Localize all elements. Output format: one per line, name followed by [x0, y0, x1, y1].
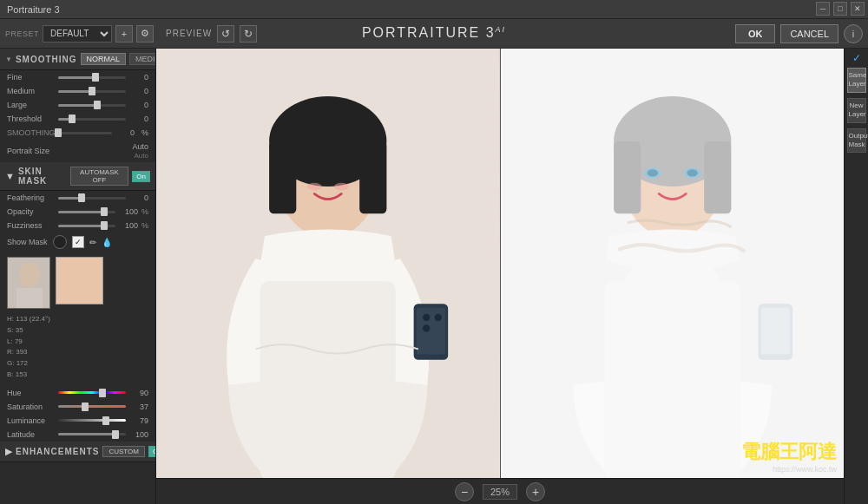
feathering-slider[interactable] — [58, 197, 126, 200]
canvas-bottom-toolbar: − 25% + — [156, 478, 844, 504]
threshold-label: Threshold — [7, 115, 55, 123]
redo-button[interactable]: ↻ — [240, 25, 257, 43]
zoom-in-button[interactable]: + — [526, 482, 545, 501]
cancel-button[interactable]: CANCEL — [780, 24, 838, 43]
skin-mask-arrow-icon: ▼ — [5, 171, 15, 181]
svg-point-10 — [303, 169, 313, 176]
param-medium: Medium 0 — [0, 84, 155, 98]
luminance-slider[interactable] — [58, 419, 126, 422]
hue-row: Hue 90 — [0, 386, 155, 400]
mask-color-circle[interactable] — [53, 235, 67, 249]
enhancements-title: ENHANCEMENTS — [16, 447, 99, 456]
smoothing-pct-value: 0 — [115, 128, 135, 137]
tab-medium[interactable]: MEDIUM — [129, 53, 156, 65]
luminance-row: Luminance 79 — [0, 414, 155, 428]
preset-select[interactable]: DEFAULT — [43, 25, 112, 43]
fine-slider[interactable] — [58, 76, 126, 79]
mask-pencil-icon[interactable]: ✏ — [89, 238, 96, 247]
main-toolbar: PRESET DEFAULT + ⚙ PREVIEW ↺ ↻ PORTRAITU… — [0, 19, 868, 49]
threshold-slider[interactable] — [58, 118, 126, 121]
saturation-label: Saturation — [7, 403, 55, 411]
automask-button[interactable]: AUTOMASK OFF — [70, 167, 129, 186]
enhancements-header[interactable]: ▶ ENHANCEMENTS CUSTOM On — [0, 442, 155, 462]
fine-value: 0 — [129, 73, 148, 82]
check-icon: ✓ — [852, 52, 861, 64]
luminance-value: 79 — [129, 416, 148, 425]
hue-slider[interactable] — [58, 391, 126, 394]
hue-label: Hue — [7, 389, 55, 397]
close-button[interactable]: ✕ — [851, 2, 865, 16]
opacity-slider[interactable] — [58, 211, 115, 213]
main-area: ▼ SMOOTHING NORMAL MEDIUM STRONG Fine 0 … — [0, 49, 868, 504]
preset-group: PRESET DEFAULT + ⚙ — [5, 25, 154, 43]
preview-label: PREVIEW — [166, 29, 212, 38]
enhancements-arrow-icon: ▶ — [5, 446, 12, 457]
fuzziness-value: 100 — [119, 221, 138, 230]
window-controls[interactable]: ─ □ ✕ — [816, 2, 865, 16]
feathering-value: 0 — [129, 193, 148, 202]
opacity-label: Opacity — [7, 207, 55, 216]
ok-button[interactable]: OK — [735, 24, 776, 43]
original-panel — [156, 49, 501, 478]
same-layer-button[interactable]: Same Layer — [847, 68, 866, 93]
right-panel: ✓ Same Layer New Layer Output Mask — [844, 49, 868, 504]
zoom-out-button[interactable]: − — [455, 482, 474, 501]
opacity-row: Opacity 100 % — [0, 205, 155, 219]
minimize-button[interactable]: ─ — [816, 2, 830, 16]
settings-button[interactable]: ⚙ — [136, 25, 154, 43]
large-value: 0 — [129, 101, 148, 109]
svg-rect-32 — [760, 307, 789, 354]
left-panel: ▼ SMOOTHING NORMAL MEDIUM STRONG Fine 0 … — [0, 49, 156, 504]
output-mask-button[interactable]: Output Mask — [847, 128, 866, 154]
add-preset-button[interactable]: + — [115, 25, 133, 43]
fuzziness-slider[interactable] — [58, 225, 115, 227]
large-label: Large — [7, 101, 55, 109]
smoothing-unit: % — [141, 128, 148, 137]
latitude-slider[interactable] — [58, 433, 126, 435]
original-photo — [156, 49, 500, 478]
portrait-size-label: Portrait Size — [7, 147, 55, 155]
saturation-slider[interactable] — [58, 405, 126, 408]
smoothing-header[interactable]: ▼ SMOOTHING NORMAL MEDIUM STRONG — [0, 49, 155, 70]
custom-button[interactable]: CUSTOM — [102, 446, 145, 457]
skin-mask-title: SKIN MASK — [18, 167, 67, 186]
skin-mask-toggle[interactable]: On — [132, 171, 150, 182]
smoothing-sub-label: SMOOTHING — [7, 128, 55, 137]
threshold-value: 0 — [129, 115, 148, 123]
undo-button[interactable]: ↺ — [217, 25, 234, 43]
medium-slider[interactable] — [58, 90, 126, 93]
svg-rect-8 — [269, 141, 296, 213]
param-threshold: Threshold 0 — [0, 112, 155, 126]
svg-rect-19 — [260, 281, 396, 478]
smoothing-arrow-icon: ▼ — [5, 56, 12, 63]
fuzziness-label: Fuzziness — [7, 221, 55, 230]
skin-info-text: H: 113 (22.4°) S: 35 L: 79 R: 393 G: 172… — [7, 314, 148, 381]
output-mask-label: Output Mask — [849, 132, 865, 150]
fine-label: Fine — [7, 73, 55, 82]
mask-check-button[interactable]: ✓ — [72, 236, 84, 248]
zoom-level: 25% — [483, 484, 517, 500]
maximize-button[interactable]: □ — [833, 2, 847, 16]
smoothing-tabs: NORMAL MEDIUM STRONG — [81, 53, 156, 65]
skin-color-swatch[interactable] — [56, 257, 103, 304]
latitude-value: 100 — [129, 430, 148, 439]
feathering-label: Feathering — [7, 193, 55, 202]
processed-panel — [501, 49, 845, 478]
mask-eyedrop-icon[interactable]: 💧 — [102, 238, 112, 247]
skin-info — [56, 257, 103, 309]
canvas-area[interactable]: − 25% + 電腦王阿達 https://www.koc.tw — [156, 49, 844, 504]
medium-label: Medium — [7, 87, 55, 95]
skin-mask-header[interactable]: ▼ SKIN MASK AUTOMASK OFF On — [0, 162, 155, 191]
info-button[interactable]: i — [844, 24, 863, 43]
hue-value: 90 — [129, 389, 148, 397]
titlebar: Portraiture 3 ─ □ ✕ — [0, 0, 868, 19]
enhancements-toggle[interactable]: On — [148, 446, 156, 457]
saturation-value: 37 — [129, 403, 148, 411]
new-layer-button[interactable]: New Layer — [847, 98, 866, 123]
smoothing-slider[interactable] — [58, 132, 112, 134]
tab-normal[interactable]: NORMAL — [81, 53, 127, 65]
preset-label: PRESET — [5, 29, 39, 38]
large-slider[interactable] — [58, 104, 126, 107]
latitude-label: Latitude — [7, 430, 55, 439]
svg-point-30 — [684, 167, 700, 178]
